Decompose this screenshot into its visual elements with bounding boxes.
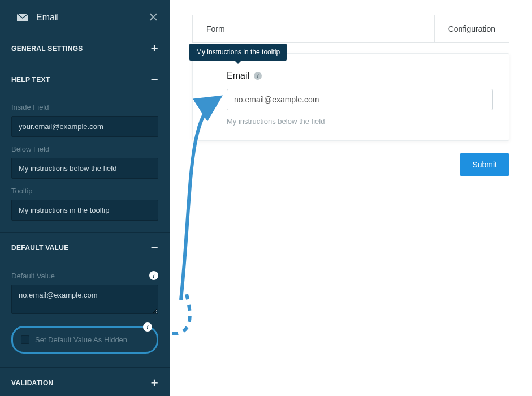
hidden-checkbox-label: Set Default Value As Hidden [35, 335, 149, 344]
inside-field-input[interactable] [11, 116, 158, 137]
tooltip-bubble: My instructions in the tooltip [189, 44, 287, 61]
default-value-label-text: Default Value [11, 272, 55, 280]
section-general-settings[interactable]: GENERAL SETTINGS + [0, 33, 170, 64]
section-default-body: Default Value i i Set Default Value As H… [0, 263, 170, 367]
section-title: GENERAL SETTINGS [11, 45, 83, 53]
hidden-checkbox[interactable] [21, 335, 29, 344]
below-field-input[interactable] [11, 158, 158, 179]
inside-field-label: Inside Field [11, 103, 158, 111]
default-value-label: Default Value i [11, 271, 158, 280]
field-hint: My instructions below the field [227, 117, 493, 126]
sidebar-header: Email ✕ [0, 0, 170, 33]
close-icon[interactable]: ✕ [148, 11, 158, 24]
section-validation[interactable]: VALIDATION + [0, 367, 170, 396]
field-label-text: Email [227, 71, 249, 81]
email-icon [17, 14, 28, 21]
sidebar-title: Email [36, 12, 148, 23]
expand-icon: + [151, 45, 158, 52]
tab-bar: Form Configuration [192, 15, 509, 43]
main-panel: Form Configuration My instructions in th… [170, 0, 532, 396]
default-value-input[interactable] [11, 285, 158, 314]
section-title: HELP TEXT [11, 76, 50, 84]
section-title: DEFAULT VALUE [11, 244, 68, 252]
form-card: My instructions in the tooltip Email i M… [192, 53, 509, 141]
section-help-text[interactable]: HELP TEXT − [0, 64, 170, 95]
set-default-hidden-row[interactable]: i Set Default Value As Hidden [11, 326, 158, 354]
info-icon[interactable]: i [149, 271, 158, 280]
info-icon[interactable]: i [143, 322, 152, 332]
settings-sidebar: Email ✕ GENERAL SETTINGS + HELP TEXT − I… [0, 0, 170, 396]
submit-button[interactable]: Submit [460, 153, 509, 176]
section-help-body: Inside Field Below Field Tooltip [0, 95, 170, 232]
section-title: VALIDATION [11, 379, 54, 387]
collapse-icon: − [151, 76, 158, 83]
info-icon[interactable]: i [254, 72, 262, 80]
field-label: Email i [227, 71, 493, 81]
below-field-label: Below Field [11, 145, 158, 153]
tab-form[interactable]: Form [193, 15, 239, 42]
section-default-value[interactable]: DEFAULT VALUE − [0, 232, 170, 263]
email-input[interactable] [227, 89, 493, 110]
expand-icon: + [151, 379, 158, 386]
collapse-icon: − [151, 244, 158, 251]
tooltip-input[interactable] [11, 200, 158, 221]
tooltip-label: Tooltip [11, 187, 158, 195]
tab-configuration[interactable]: Configuration [434, 15, 509, 42]
